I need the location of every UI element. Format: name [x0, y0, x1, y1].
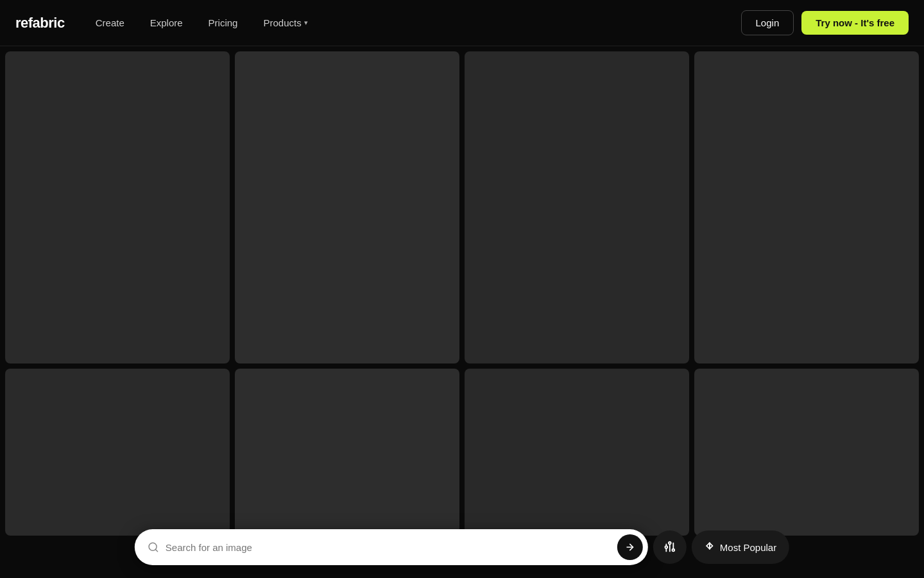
nav-create[interactable]: Create [85, 12, 135, 33]
grid-cell-r0c1 [235, 51, 459, 363]
nav-actions: Login Try now - It's free [741, 10, 909, 35]
nav-pricing[interactable]: Pricing [198, 12, 248, 33]
svg-line-1 [155, 549, 157, 551]
chevron-down-icon: ▾ [304, 19, 308, 27]
search-container [135, 529, 648, 565]
nav-products[interactable]: Products ▾ [253, 12, 318, 33]
search-icon [148, 541, 159, 553]
grid-cell-r1c1 [235, 369, 459, 536]
search-submit-button[interactable] [617, 534, 643, 560]
bottom-bar: Most Popular [135, 529, 789, 565]
try-now-button[interactable]: Try now - It's free [801, 11, 909, 35]
grid-cell-r0c0 [5, 51, 230, 363]
sort-icon [705, 541, 715, 554]
grid-cell-r0c3 [694, 51, 919, 363]
sort-button[interactable]: Most Popular [692, 530, 789, 564]
nav-explore[interactable]: Explore [140, 12, 193, 33]
image-grid [0, 46, 924, 541]
nav-links: Create Explore Pricing Products ▾ [85, 12, 741, 33]
grid-cell-r1c3 [694, 369, 919, 536]
search-input[interactable] [166, 542, 617, 553]
grid-cell-r1c0 [5, 369, 230, 536]
sort-label: Most Popular [720, 542, 776, 553]
grid-cell-r0c2 [465, 51, 689, 363]
navbar: refabric Create Explore Pricing Products… [0, 0, 924, 46]
login-button[interactable]: Login [741, 10, 794, 35]
brand-logo[interactable]: refabric [15, 15, 65, 31]
filter-button[interactable] [653, 530, 687, 564]
grid-cell-r1c2 [465, 369, 689, 536]
